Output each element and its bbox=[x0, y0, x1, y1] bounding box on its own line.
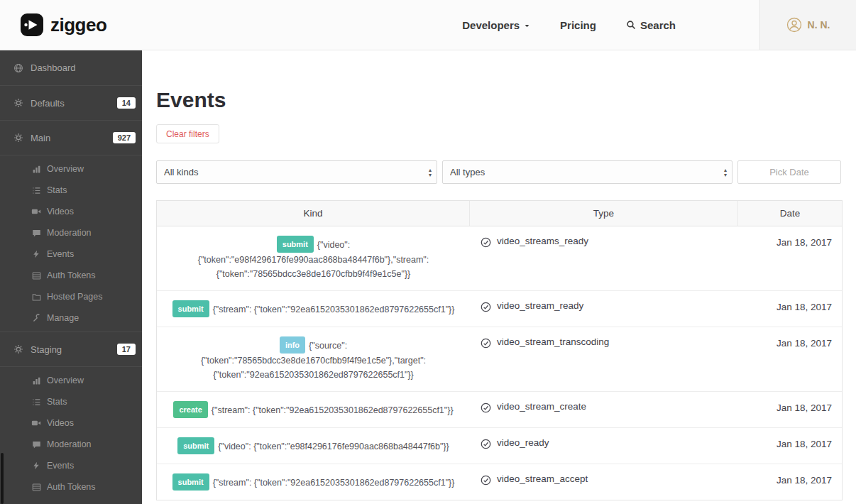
event-type: video_stream_transcoding bbox=[497, 336, 609, 347]
sidebar-item-label: Stats bbox=[47, 397, 67, 407]
topbar: ziggeo Developers Pricing Search N. N. bbox=[0, 0, 856, 50]
sidebar-item-icon bbox=[31, 461, 41, 470]
event-type: video_stream_accept bbox=[497, 473, 588, 484]
sidebar-item-stats[interactable]: Stats bbox=[0, 391, 142, 412]
event-payload: {"stream": {"token":"92ea6152035301862ed… bbox=[213, 478, 455, 488]
sidebar-item-events[interactable]: Events bbox=[0, 243, 142, 265]
table-row[interactable]: submit{"video": {"token":"e98f4296176fe9… bbox=[157, 428, 842, 464]
sidebar-item-moderation[interactable]: Moderation bbox=[0, 222, 142, 243]
date-cell: Jan 18, 2017 bbox=[738, 291, 842, 327]
nav-pricing-label: Pricing bbox=[560, 19, 596, 31]
ziggeo-logo[interactable]: ziggeo bbox=[20, 13, 106, 37]
table-row[interactable]: submit{"stream": {"token":"92ea615203530… bbox=[157, 464, 842, 500]
clear-filters-button[interactable]: Clear filters bbox=[156, 124, 219, 143]
sidebar-item-manage[interactable]: Manage bbox=[0, 307, 142, 329]
column-header-kind: Kind bbox=[157, 201, 470, 226]
sidebar-item-defaults[interactable]: Defaults 14 bbox=[0, 85, 142, 121]
sidebar-item-icon bbox=[31, 440, 41, 449]
user-initials: N. N. bbox=[808, 19, 830, 31]
sidebar-item-icon bbox=[13, 98, 23, 108]
check-circle-icon bbox=[481, 439, 491, 449]
event-payload: {"stream": {"token":"92ea6152035301862ed… bbox=[213, 305, 455, 314]
column-header-date: Date bbox=[738, 201, 842, 226]
kind-cell: submit{"stream": {"token":"92ea615203530… bbox=[157, 464, 470, 500]
sidebar-item-icon bbox=[31, 376, 41, 385]
sidebar-item-videos[interactable]: Videos bbox=[0, 412, 142, 434]
kind-cell: submit{"stream": {"token":"92ea615203530… bbox=[157, 291, 470, 327]
sidebar-item-icon bbox=[31, 186, 41, 195]
event-payload: {"source": {"token":"78565bdcc3e8de1670c… bbox=[201, 341, 426, 380]
sidebar-item-icon bbox=[31, 229, 41, 238]
sidebar-item-badge: 14 bbox=[117, 97, 136, 109]
event-type: video_streams_ready bbox=[497, 236, 588, 246]
column-header-type: Type bbox=[470, 201, 738, 226]
sidebar-item-icon bbox=[31, 314, 41, 323]
filter-bar: All kinds All types bbox=[156, 160, 843, 184]
type-cell: video_stream_accept bbox=[470, 464, 738, 500]
check-circle-icon bbox=[481, 237, 491, 248]
sidebar-scrollbar[interactable] bbox=[1, 453, 4, 504]
sidebar-item-label: Auth Tokens bbox=[47, 482, 96, 492]
sidebar-item-label: Overview bbox=[47, 376, 84, 385]
sidebar-item-label: Moderation bbox=[47, 228, 92, 238]
user-menu[interactable]: N. N. bbox=[759, 0, 856, 50]
check-circle-icon bbox=[481, 338, 491, 349]
nav-search-label: Search bbox=[640, 19, 676, 31]
table-row[interactable]: create{"stream": {"token":"92ea615203530… bbox=[157, 392, 842, 428]
table-row[interactable]: submit{"stream": {"token":"92ea615203530… bbox=[157, 291, 842, 327]
sidebar-item-stats[interactable]: Stats bbox=[0, 180, 142, 201]
table-header: Kind Type Date bbox=[157, 201, 842, 226]
date-cell: Jan 18, 2017 bbox=[738, 226, 842, 290]
type-cell: video_ready bbox=[470, 428, 738, 464]
kind-cell: create{"stream": {"token":"92ea615203530… bbox=[157, 392, 470, 427]
sidebar-item-icon bbox=[31, 483, 41, 492]
sidebar-item-main[interactable]: Main 927 bbox=[0, 120, 142, 155]
sidebar-item-icon bbox=[31, 292, 41, 302]
nav-search[interactable]: Search bbox=[626, 19, 676, 31]
sidebar-item-icon bbox=[13, 133, 23, 143]
sidebar-item-label: Stats bbox=[47, 185, 67, 195]
sidebar-item-videos[interactable]: Videos bbox=[0, 201, 142, 222]
type-filter-select[interactable]: All types bbox=[443, 161, 732, 183]
kind-badge: info bbox=[280, 336, 305, 354]
sidebar-item-moderation[interactable]: Moderation bbox=[0, 434, 142, 455]
nav-developers[interactable]: Developers bbox=[462, 19, 530, 31]
kind-badge: submit bbox=[172, 473, 209, 491]
date-cell: Jan 18, 2017 bbox=[738, 464, 842, 500]
kind-cell: submit{"video": {"token":"e98f4296176fe9… bbox=[157, 226, 470, 290]
type-cell: video_streams_ready bbox=[470, 226, 738, 290]
sidebar-item-staging[interactable]: Staging 17 bbox=[0, 332, 142, 367]
sidebar-item-icon bbox=[31, 207, 41, 217]
nav-pricing[interactable]: Pricing bbox=[560, 19, 596, 31]
caret-down-icon bbox=[524, 23, 530, 29]
sidebar-item-auth-tokens[interactable]: Auth Tokens bbox=[0, 476, 142, 498]
kind-filter-select[interactable]: All kinds bbox=[157, 161, 437, 183]
sidebar-item-overview[interactable]: Overview bbox=[0, 158, 142, 180]
main-content: Events Clear filters All kinds All types… bbox=[142, 50, 856, 504]
sidebar-item-label: Overview bbox=[47, 164, 84, 174]
sidebar-item-auth-tokens[interactable]: Auth Tokens bbox=[0, 265, 142, 286]
type-cell: video_stream_create bbox=[470, 392, 738, 427]
sidebar-item-dashboard[interactable]: Dashboard bbox=[0, 50, 142, 86]
events-table: Kind Type Date submit{"video": {"token":… bbox=[156, 200, 843, 500]
sidebar-item-label: Events bbox=[47, 249, 74, 259]
date-filter-input[interactable] bbox=[737, 160, 841, 184]
sidebar-item-hosted-pages[interactable]: Hosted Pages bbox=[0, 498, 142, 504]
sidebar-item-label: Auth Tokens bbox=[47, 270, 96, 280]
kind-filter: All kinds bbox=[156, 160, 437, 184]
sidebar-item-events[interactable]: Events bbox=[0, 455, 142, 476]
sidebar-item-icon bbox=[31, 418, 41, 428]
kind-badge: submit bbox=[172, 300, 209, 317]
event-type: video_stream_ready bbox=[497, 300, 583, 311]
sidebar-item-label: Dashboard bbox=[31, 62, 76, 73]
table-row[interactable]: info{"source": {"token":"78565bdcc3e8de1… bbox=[157, 327, 842, 392]
check-circle-icon bbox=[481, 402, 491, 413]
event-type: video_ready bbox=[497, 437, 549, 448]
sidebar-item-icon bbox=[31, 165, 41, 174]
sidebar-item-overview[interactable]: Overview bbox=[0, 370, 142, 391]
sidebar-item-icon bbox=[13, 63, 23, 73]
table-row[interactable]: submit{"video": {"token":"e98f4296176fe9… bbox=[157, 226, 842, 291]
sidebar-item-hosted-pages[interactable]: Hosted Pages bbox=[0, 286, 142, 307]
nav-developers-label: Developers bbox=[462, 19, 520, 31]
sidebar-item-badge: 927 bbox=[113, 132, 136, 143]
